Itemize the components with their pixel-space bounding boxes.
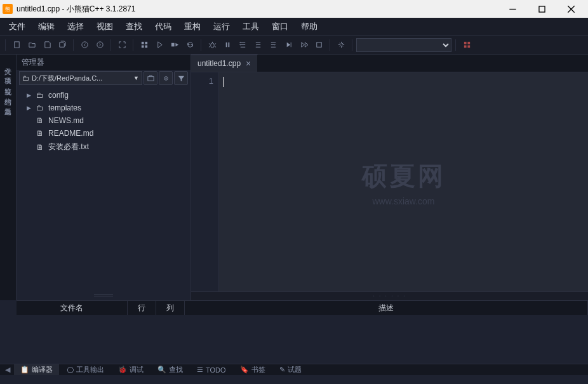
back-button[interactable] <box>77 38 91 52</box>
menu-window[interactable]: 窗口 <box>265 18 295 35</box>
panel-path-bar: 🗀 D:/下载/RedPanda.C... ▼ <box>17 70 190 86</box>
play-debug-button[interactable] <box>281 38 295 52</box>
tab-label: untitled1.cpp <box>197 59 241 68</box>
path-selector[interactable]: 🗀 D:/下载/RedPanda.C... ▼ <box>19 71 142 85</box>
menu-edit[interactable]: 编辑 <box>32 18 61 35</box>
bookmark-icon: 🔖 <box>240 366 249 374</box>
maximize-button[interactable] <box>527 0 556 18</box>
svg-point-12 <box>210 43 214 48</box>
menu-code[interactable]: 代码 <box>149 18 178 35</box>
code-area[interactable]: 硕夏网 www.sxiaw.com <box>219 72 588 291</box>
toolbar <box>0 36 588 55</box>
continue-button[interactable] <box>297 38 311 52</box>
run-button[interactable] <box>152 38 166 52</box>
menu-view[interactable]: 视图 <box>90 18 119 35</box>
menu-file[interactable]: 文件 <box>3 18 32 35</box>
svg-rect-21 <box>147 76 153 81</box>
compile-button[interactable] <box>137 38 151 52</box>
filter-button[interactable] <box>174 71 188 85</box>
fullscreen-button[interactable] <box>115 38 129 52</box>
resize-handle[interactable] <box>17 290 190 300</box>
menu-refactor[interactable]: 重构 <box>178 18 207 35</box>
menu-help[interactable]: 帮助 <box>295 18 324 35</box>
grip-icon: . . . . . . <box>373 291 406 298</box>
tree-file[interactable]: 🗎 安装必看.txt <box>17 140 190 154</box>
menu-run[interactable]: 运行 <box>207 18 236 35</box>
folder-icon: 🗀 <box>36 103 44 112</box>
tree-label: README.md <box>48 129 93 138</box>
editor-tab-bar: untitled1.cpp × <box>191 55 588 72</box>
menu-find[interactable]: 查找 <box>119 18 149 35</box>
minimize-button[interactable] <box>498 0 527 18</box>
sidebar-tab-project[interactable]: 项目 <box>0 67 16 77</box>
stop-button[interactable] <box>312 38 326 52</box>
open-button[interactable] <box>25 38 39 52</box>
compiler-select[interactable] <box>356 38 451 52</box>
bottom-tab-compiler[interactable]: 📋编译器 <box>14 364 59 375</box>
bottom-tab-todo[interactable]: ☰TODO <box>190 365 232 374</box>
step-over-button[interactable] <box>236 38 250 52</box>
bottom-panel: 文件名 行 列 描述 <box>17 300 588 364</box>
tree-file[interactable]: 🗎 NEWS.md <box>17 114 190 127</box>
folder-icon: 🗀 <box>22 74 29 82</box>
rebuild-button[interactable] <box>183 38 197 52</box>
horizontal-scrollbar[interactable]: . . . . . . <box>191 291 588 300</box>
tree-folder[interactable]: ▶ 🗀 templates <box>17 102 190 114</box>
tab-close-icon[interactable]: × <box>246 58 251 69</box>
menu-select[interactable]: 选择 <box>61 18 90 35</box>
bottom-tab-bookmark[interactable]: 🔖书签 <box>234 364 272 375</box>
scroll-left-icon[interactable]: ◀ <box>3 366 13 374</box>
svg-point-23 <box>165 77 166 79</box>
col-line[interactable]: 行 <box>128 301 156 315</box>
new-file-button[interactable] <box>10 38 23 52</box>
sidebar-tab-watch[interactable]: 监视 <box>0 77 16 88</box>
tree-folder[interactable]: ▶ 🗀 config <box>17 89 190 102</box>
pause-button[interactable] <box>220 38 234 52</box>
bottom-tab-tool-output[interactable]: 🖵工具输出 <box>60 364 110 375</box>
debug-button[interactable] <box>205 38 219 52</box>
file-panel: 管理器 🗀 D:/下载/RedPanda.C... ▼ ▶ 🗀 config ▶… <box>17 55 191 300</box>
file-tree[interactable]: ▶ 🗀 config ▶ 🗀 templates 🗎 NEWS.md 🗎 REA… <box>17 86 190 300</box>
compile-run-button[interactable] <box>168 38 182 52</box>
bottom-tab-problem[interactable]: ✎试题 <box>273 364 308 375</box>
step-into-button[interactable] <box>251 38 265 52</box>
col-filename[interactable]: 文件名 <box>17 301 128 315</box>
bottom-table-body[interactable] <box>17 315 588 364</box>
col-col[interactable]: 列 <box>156 301 185 315</box>
save-button[interactable] <box>40 38 54 52</box>
grid-button[interactable] <box>460 38 474 52</box>
file-icon: 🗎 <box>36 143 44 152</box>
close-button[interactable] <box>556 0 585 18</box>
svg-rect-17 <box>464 42 466 44</box>
sidebar-tab-files[interactable]: 文件 <box>0 57 16 67</box>
watermark: 硕夏网 www.sxiaw.com <box>362 158 446 206</box>
main-area: 文件 项目 监视 结构 题集 管理器 🗀 D:/下载/RedPanda.C...… <box>0 55 588 300</box>
tree-label: 安装必看.txt <box>48 142 89 152</box>
col-desc[interactable]: 描述 <box>185 301 588 315</box>
compiler-icon: 📋 <box>20 366 29 374</box>
sidebar-tab-struct[interactable]: 结构 <box>0 88 16 98</box>
forward-button[interactable] <box>93 38 107 52</box>
menu-tools[interactable]: 工具 <box>236 18 265 35</box>
svg-rect-10 <box>145 45 147 48</box>
tree-label: NEWS.md <box>48 116 84 125</box>
svg-rect-1 <box>538 6 544 11</box>
step-out-button[interactable] <box>266 38 280 52</box>
line-gutter: 1 <box>191 72 219 291</box>
bottom-tab-debug[interactable]: 🐞调试 <box>112 364 150 375</box>
bottom-tabs: ◀ 📋编译器 🖵工具输出 🐞调试 🔍查找 ☰TODO 🔖书签 ✎试题 <box>0 364 588 375</box>
file-icon: 🗎 <box>36 116 44 125</box>
editor-tab[interactable]: untitled1.cpp × <box>191 55 258 72</box>
locate-button[interactable] <box>159 71 173 85</box>
svg-rect-14 <box>228 43 229 47</box>
settings-button[interactable] <box>334 38 348 52</box>
code-editor[interactable]: 1 硕夏网 www.sxiaw.com <box>191 72 588 291</box>
tree-file[interactable]: 🗎 README.md <box>17 127 190 140</box>
watermark-title: 硕夏网 <box>362 158 446 193</box>
svg-rect-18 <box>467 42 470 44</box>
bottom-tab-find[interactable]: 🔍查找 <box>151 364 189 375</box>
line-number: 1 <box>196 76 213 86</box>
save-all-button[interactable] <box>55 38 69 52</box>
sidebar-tab-problemset[interactable]: 题集 <box>0 98 16 108</box>
open-folder-button[interactable] <box>144 71 157 85</box>
